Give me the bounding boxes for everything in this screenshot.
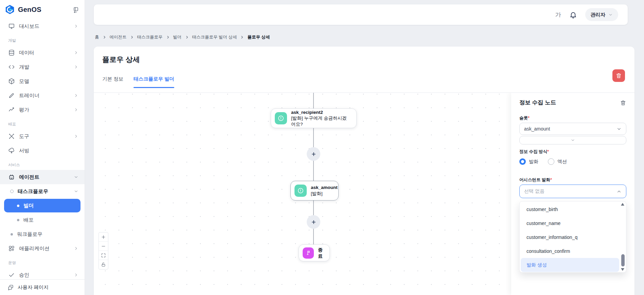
assistant-select[interactable]: 선택 없음 <box>519 185 626 198</box>
sidebar-item-label: 개발 <box>19 64 29 70</box>
page-title: 플로우 상세 <box>102 55 140 64</box>
sidebar-item-label: 모델 <box>19 78 29 85</box>
sidebar-section-ops: 운영 <box>0 256 85 268</box>
chevron-right-icon <box>74 246 78 251</box>
add-node-button[interactable] <box>307 215 320 229</box>
node-title: 종료 <box>318 247 324 259</box>
breadcrumb-builder-detail[interactable]: 태스크플로우 빌더 상세 <box>192 34 237 40</box>
profile-menu[interactable]: 관리자 <box>585 8 619 21</box>
node-subtitle: [발화] 누구에게 송금하시겠어요? <box>291 115 351 127</box>
radio-utterance[interactable]: 발화 <box>519 158 538 165</box>
node-ask-recipient2[interactable]: ask_recipient2 [발화] 누구에게 송금하시겠어요? <box>271 108 357 128</box>
flow-canvas[interactable]: ask_recipient2 [발화] 누구에게 송금하시겠어요? ask_am… <box>94 93 634 295</box>
sidebar-item-trainer[interactable]: 트레이너 <box>0 88 85 103</box>
delete-flow-button[interactable] <box>612 69 625 82</box>
breadcrumb-agent[interactable]: 에이전트 <box>110 34 127 40</box>
sidebar-collapse-icon[interactable] <box>73 6 79 13</box>
tab-taskflow-builder[interactable]: 태스크플로우 빌더 <box>133 76 174 88</box>
sidebar-item-label: 트레이너 <box>19 92 39 99</box>
genos-logo-icon <box>5 4 15 15</box>
option-customer-information-q[interactable]: customer_information_q <box>521 230 619 244</box>
scroll-down-arrow-icon[interactable] <box>621 268 624 271</box>
cloud-serving-icon <box>8 147 15 154</box>
notification-bell-icon[interactable] <box>569 11 577 19</box>
sidebar-item-user-page[interactable]: 사용자 페이지 <box>0 279 85 295</box>
sidebar-item-data[interactable]: 데이터 <box>0 46 85 60</box>
font-size-toggle[interactable]: 가 <box>555 11 561 19</box>
sidebar-item-tools[interactable]: 도구 <box>0 129 85 143</box>
method-radio-group: 발화 액션 <box>519 158 567 165</box>
chevron-down-icon <box>616 126 622 132</box>
sidebar-item-agent[interactable]: 에이전트 <box>0 170 85 184</box>
dashboard-icon <box>8 23 15 30</box>
radio-action[interactable]: 액션 <box>548 158 567 165</box>
breadcrumb-home[interactable]: 홈 <box>95 34 99 40</box>
sidebar-item-label: 워크플로우 <box>17 231 42 238</box>
zoom-out-button[interactable] <box>99 242 108 251</box>
node-title: ask_amount <box>311 185 338 191</box>
sidebar-item-model[interactable]: 모델 <box>0 74 85 88</box>
slot-expand-toggle[interactable] <box>519 136 626 144</box>
option-customer-name[interactable]: customer_name <box>521 216 619 230</box>
logo-row: GenOS <box>0 0 85 19</box>
canvas-controls <box>99 232 108 270</box>
sidebar-item-builder[interactable]: 빌더 <box>4 199 80 212</box>
pencil-icon <box>8 92 15 99</box>
sidebar-item-label: 승인 <box>19 272 29 278</box>
breadcrumb-taskflow[interactable]: 태스크플로우 <box>137 34 163 40</box>
fit-view-button[interactable] <box>99 251 108 260</box>
panel-title: 정보 수집 노드 <box>519 99 556 106</box>
node-ask-amount[interactable]: ask_amount [발화] <box>290 181 339 201</box>
chevron-right-icon <box>74 134 78 139</box>
plus-icon <box>311 219 317 225</box>
sidebar-item-develop[interactable]: 개발 <box>0 60 85 74</box>
option-customer-birth[interactable]: customer_birth <box>521 202 619 216</box>
chevron-right-icon <box>74 50 78 55</box>
bullet-ring-icon <box>10 190 14 193</box>
node-subtitle: [발화] <box>311 191 338 197</box>
bullet-dot-icon <box>11 233 13 236</box>
breadcrumb-builder[interactable]: 빌더 <box>173 34 182 40</box>
chart-trend-icon <box>8 106 15 113</box>
scrollbar-thumb[interactable] <box>621 254 625 266</box>
option-consultation-confirm[interactable]: consultation_confirm <box>521 244 619 258</box>
chevron-up-icon <box>616 189 622 194</box>
sidebar-item-dashboard[interactable]: 대시보드 <box>0 19 85 33</box>
add-node-button[interactable] <box>307 147 320 161</box>
assistant-field-label: 어시스턴트 발화* <box>519 177 552 183</box>
zoom-in-button[interactable] <box>99 232 108 242</box>
sidebar-item-evaluate[interactable]: 평가 <box>0 103 85 117</box>
sidebar-item-workflow[interactable]: 워크플로우 <box>0 227 85 241</box>
sidebar-item-application[interactable]: 애플리케이션 <box>0 241 85 256</box>
sidebar-item-deploy[interactable]: 배포 <box>4 213 80 227</box>
assistant-options-list: customer_birth customer_name customer_in… <box>519 201 626 273</box>
lock-button[interactable] <box>99 260 108 269</box>
radio-unchecked-icon <box>548 158 554 165</box>
sidebar-item-label: 대시보드 <box>19 23 39 30</box>
utterance-node-icon <box>275 112 287 124</box>
breadcrumb-current: 플로우 상세 <box>247 34 270 40</box>
breadcrumb: 홈 에이전트 태스크플로우 빌더 태스크플로우 빌더 상세 플로우 상세 <box>95 34 270 40</box>
option-generate-utterance[interactable]: 발화 생성 <box>521 258 619 272</box>
slot-select[interactable]: ask_amount <box>519 123 626 135</box>
sidebar-item-taskflow[interactable]: 태스크플로우 <box>0 184 85 198</box>
sidebar-item-serving[interactable]: 서빙 <box>0 143 85 158</box>
delete-node-button[interactable] <box>620 100 626 106</box>
user-page-icon <box>7 284 14 291</box>
node-properties-panel: 정보 수집 노드 슬롯* ask_amount 정보 수집 방식* <box>511 93 634 295</box>
app-title: GenOS <box>18 6 41 14</box>
chevron-right-icon <box>74 65 78 69</box>
utterance-node-icon <box>294 185 307 197</box>
sidebar-item-label: 데이터 <box>19 50 34 56</box>
node-end[interactable]: 종료 <box>299 244 330 261</box>
chevron-right-icon <box>74 107 78 112</box>
sidebar-item-label: 평가 <box>19 107 29 113</box>
options-scrollbar[interactable] <box>621 203 625 271</box>
scroll-up-arrow-icon[interactable] <box>621 203 624 206</box>
tab-basic-info[interactable]: 기본 정보 <box>102 76 123 88</box>
sidebar-item-label: 빌더 <box>23 203 34 209</box>
chevron-right-icon <box>74 93 78 98</box>
sidebar-item-label: 배포 <box>23 217 34 223</box>
sidebar-section-service: 서비스 <box>0 158 85 170</box>
sidebar: GenOS 대시보드 개발 데이터 개발 <box>0 0 85 295</box>
